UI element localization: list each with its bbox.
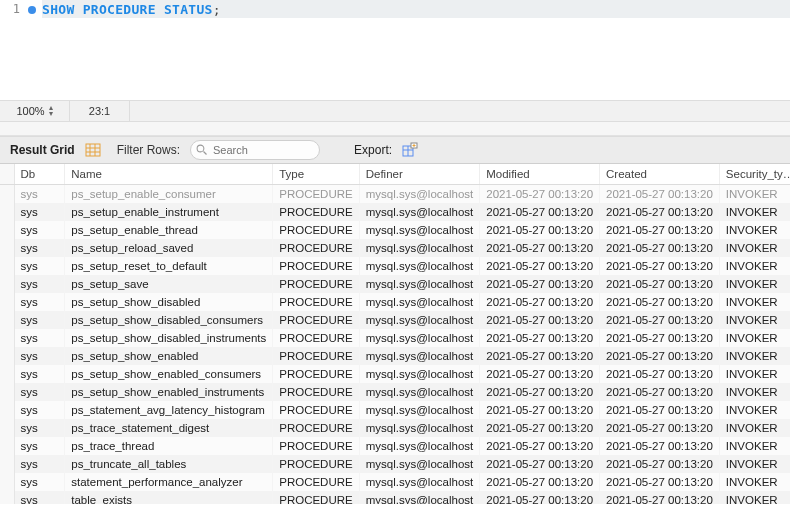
cell[interactable]: PROCEDURE [273, 365, 359, 383]
col-type[interactable]: Type [273, 164, 359, 185]
sql-editor[interactable]: 1 SHOW PROCEDURE STATUS; [0, 0, 790, 100]
row-marker[interactable] [0, 473, 14, 491]
cell[interactable]: ps_setup_show_disabled_instruments [65, 329, 273, 347]
table-row[interactable]: sysps_setup_show_disabledPROCEDUREmysql.… [0, 293, 790, 311]
cell[interactable]: INVOKER [719, 275, 790, 293]
cell[interactable]: ps_setup_enable_consumer [65, 185, 273, 204]
cell[interactable]: INVOKER [719, 329, 790, 347]
row-marker[interactable] [0, 455, 14, 473]
cell[interactable]: PROCEDURE [273, 491, 359, 504]
row-marker[interactable] [0, 275, 14, 293]
cell[interactable]: sys [14, 437, 65, 455]
cell[interactable]: ps_setup_reload_saved [65, 239, 273, 257]
cell[interactable]: sys [14, 311, 65, 329]
table-row[interactable]: sysps_setup_show_enabled_consumersPROCED… [0, 365, 790, 383]
cell[interactable]: mysql.sys@localhost [359, 491, 480, 504]
zoom-stepper[interactable]: 100% ▴▾ [0, 101, 70, 121]
cell[interactable]: 2021-05-27 00:13:20 [600, 221, 720, 239]
cell[interactable]: 2021-05-27 00:13:20 [480, 185, 600, 204]
cell[interactable]: mysql.sys@localhost [359, 221, 480, 239]
table-row[interactable]: sysps_setup_show_disabled_consumersPROCE… [0, 311, 790, 329]
table-row[interactable]: sysps_statement_avg_latency_histogramPRO… [0, 401, 790, 419]
cell[interactable]: PROCEDURE [273, 185, 359, 204]
cell[interactable]: mysql.sys@localhost [359, 347, 480, 365]
table-row[interactable]: sysstatement_performance_analyzerPROCEDU… [0, 473, 790, 491]
cell[interactable]: 2021-05-27 00:13:20 [480, 455, 600, 473]
cell[interactable]: PROCEDURE [273, 275, 359, 293]
cell[interactable]: mysql.sys@localhost [359, 473, 480, 491]
cell[interactable]: ps_trace_thread [65, 437, 273, 455]
cell[interactable]: INVOKER [719, 437, 790, 455]
cell[interactable]: INVOKER [719, 203, 790, 221]
table-row[interactable]: sysps_setup_enable_instrumentPROCEDUREmy… [0, 203, 790, 221]
cell[interactable]: PROCEDURE [273, 311, 359, 329]
cell[interactable]: PROCEDURE [273, 401, 359, 419]
col-name[interactable]: Name [65, 164, 273, 185]
cell[interactable]: 2021-05-27 00:13:20 [600, 365, 720, 383]
breakpoint-dot-icon[interactable] [28, 6, 36, 14]
cell[interactable]: INVOKER [719, 401, 790, 419]
cell[interactable]: INVOKER [719, 185, 790, 204]
cell[interactable]: PROCEDURE [273, 473, 359, 491]
cell[interactable]: INVOKER [719, 491, 790, 504]
cell[interactable]: INVOKER [719, 239, 790, 257]
cell[interactable]: 2021-05-27 00:13:20 [480, 257, 600, 275]
cell[interactable]: sys [14, 185, 65, 204]
cell[interactable]: PROCEDURE [273, 257, 359, 275]
col-db[interactable]: Db [14, 164, 65, 185]
sql-line[interactable]: SHOW PROCEDURE STATUS; [42, 0, 790, 18]
cell[interactable]: ps_setup_show_enabled_instruments [65, 383, 273, 401]
row-marker[interactable] [0, 185, 14, 204]
cell[interactable]: ps_trace_statement_digest [65, 419, 273, 437]
cell[interactable]: mysql.sys@localhost [359, 257, 480, 275]
table-row[interactable]: sysps_truncate_all_tablesPROCEDUREmysql.… [0, 455, 790, 473]
pane-splitter[interactable] [0, 122, 790, 136]
cell[interactable]: sys [14, 383, 65, 401]
cell[interactable]: mysql.sys@localhost [359, 401, 480, 419]
cell[interactable]: 2021-05-27 00:13:20 [600, 329, 720, 347]
row-marker[interactable] [0, 437, 14, 455]
cell[interactable]: sys [14, 419, 65, 437]
cell[interactable]: INVOKER [719, 455, 790, 473]
cell[interactable]: 2021-05-27 00:13:20 [600, 239, 720, 257]
cell[interactable]: PROCEDURE [273, 221, 359, 239]
row-marker[interactable] [0, 293, 14, 311]
cell[interactable]: 2021-05-27 00:13:20 [600, 473, 720, 491]
cell[interactable]: ps_setup_reset_to_default [65, 257, 273, 275]
cell[interactable]: 2021-05-27 00:13:20 [480, 473, 600, 491]
cell[interactable]: 2021-05-27 00:13:20 [480, 293, 600, 311]
row-marker[interactable] [0, 347, 14, 365]
cell[interactable]: INVOKER [719, 365, 790, 383]
cell[interactable]: 2021-05-27 00:13:20 [480, 401, 600, 419]
cell[interactable]: PROCEDURE [273, 347, 359, 365]
col-modified[interactable]: Modified [480, 164, 600, 185]
cell[interactable]: INVOKER [719, 311, 790, 329]
cell[interactable]: mysql.sys@localhost [359, 311, 480, 329]
cell[interactable]: sys [14, 365, 65, 383]
cell[interactable]: INVOKER [719, 257, 790, 275]
table-row[interactable]: sysps_setup_reset_to_defaultPROCEDUREmys… [0, 257, 790, 275]
cell[interactable]: sys [14, 347, 65, 365]
row-marker[interactable] [0, 419, 14, 437]
cell[interactable]: ps_setup_show_enabled_consumers [65, 365, 273, 383]
cell[interactable]: mysql.sys@localhost [359, 365, 480, 383]
row-marker[interactable] [0, 221, 14, 239]
row-marker[interactable] [0, 239, 14, 257]
cell[interactable]: 2021-05-27 00:13:20 [480, 419, 600, 437]
table-row[interactable]: sysps_setup_reload_savedPROCEDUREmysql.s… [0, 239, 790, 257]
cell[interactable]: PROCEDURE [273, 239, 359, 257]
cell[interactable]: mysql.sys@localhost [359, 203, 480, 221]
row-marker[interactable] [0, 257, 14, 275]
cell[interactable]: mysql.sys@localhost [359, 455, 480, 473]
cell[interactable]: 2021-05-27 00:13:20 [600, 401, 720, 419]
cell[interactable]: INVOKER [719, 221, 790, 239]
cell[interactable]: 2021-05-27 00:13:20 [480, 347, 600, 365]
cell[interactable]: ps_setup_show_enabled [65, 347, 273, 365]
cell[interactable]: sys [14, 473, 65, 491]
cell[interactable]: mysql.sys@localhost [359, 293, 480, 311]
cell[interactable]: sys [14, 221, 65, 239]
cell[interactable]: ps_setup_enable_instrument [65, 203, 273, 221]
table-row[interactable]: sysps_setup_show_disabled_instrumentsPRO… [0, 329, 790, 347]
cell[interactable]: 2021-05-27 00:13:20 [600, 437, 720, 455]
cell[interactable]: 2021-05-27 00:13:20 [480, 365, 600, 383]
